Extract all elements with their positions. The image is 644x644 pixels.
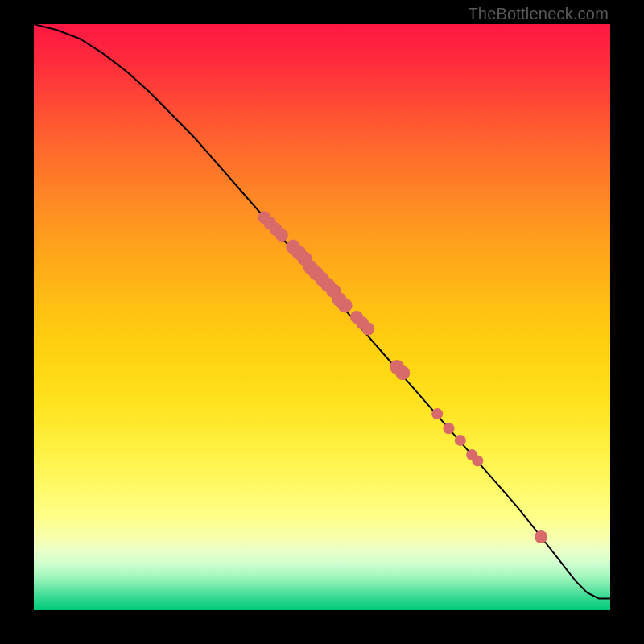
- chart-frame: TheBottleneck.com: [0, 0, 644, 644]
- data-point: [431, 408, 443, 419]
- bottleneck-curve: [34, 24, 610, 598]
- data-point: [395, 365, 410, 380]
- data-point: [338, 298, 353, 312]
- data-point: [472, 455, 483, 466]
- chart-overlay: [34, 24, 610, 610]
- data-point: [444, 423, 455, 434]
- data-point: [535, 530, 547, 543]
- highlight-dots: [258, 211, 547, 543]
- data-point: [361, 323, 374, 336]
- watermark-text: TheBottleneck.com: [468, 5, 609, 23]
- data-point: [275, 229, 288, 242]
- data-point: [455, 435, 466, 446]
